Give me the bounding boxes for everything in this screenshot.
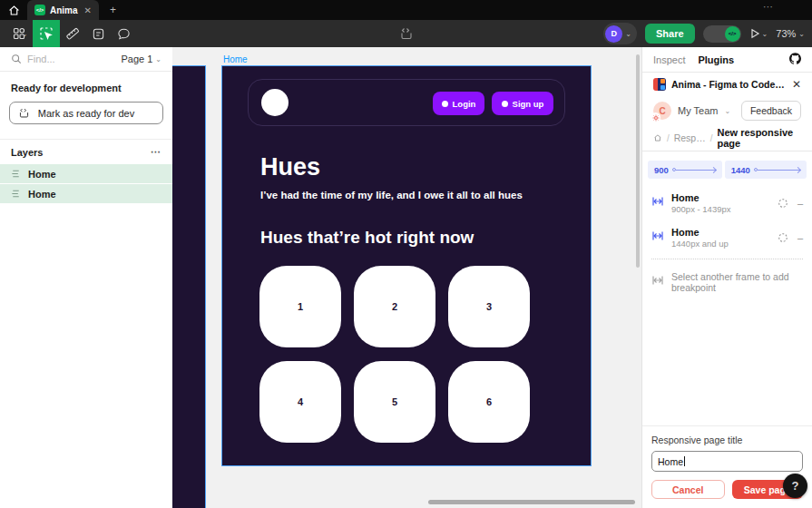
main-menu-button[interactable]: ⌄	[7, 21, 33, 46]
remove-breakpoint-icon[interactable]: –	[797, 232, 803, 243]
save-page-form: Responsive page title Home Cancel Save p…	[642, 425, 812, 508]
breakpoint-frame-row[interactable]: Home 1440px and up –	[642, 220, 812, 255]
design-title: Hues	[260, 153, 320, 181]
dev-resource-icon[interactable]	[399, 26, 414, 44]
add-breakpoint-hint-text: Select another frame to add breakpoint	[671, 271, 803, 293]
team-row: C My Team ⌄ Feedback	[642, 96, 812, 125]
annotation-tool-button[interactable]	[85, 21, 111, 46]
breakpoint-icon	[651, 274, 664, 290]
vertical-scrollbar[interactable]	[636, 54, 640, 268]
responsive-page-title-input[interactable]: Home	[651, 451, 803, 472]
home-icon	[8, 5, 20, 16]
layers-title: Layers	[11, 147, 43, 158]
page-title-label: Responsive page title	[651, 435, 803, 445]
tab-strip: </> Anima ✕ + ⋯	[0, 0, 812, 20]
tab-inspect[interactable]: Inspect	[653, 54, 685, 65]
breakpoint-segment-900[interactable]: 900	[648, 161, 722, 179]
right-panel: Inspect Plugins Anima - Figma to Code: R…	[641, 47, 812, 508]
account-menu[interactable]: D ⌄	[603, 23, 637, 44]
design-card[interactable]: 5	[354, 361, 435, 443]
zoom-level-control[interactable]: 73% ⌄	[776, 28, 805, 39]
sync-dashed-circle-icon[interactable]	[778, 198, 788, 209]
design-card[interactable]: 3	[448, 266, 530, 347]
present-button[interactable]: ⌄	[749, 28, 768, 39]
help-button[interactable]: ?	[783, 474, 807, 498]
dev-mode-toggle[interactable]: </>	[703, 25, 741, 43]
frame-label[interactable]: Home	[223, 54, 248, 64]
home-button[interactable]	[0, 5, 27, 16]
zoom-level: 73%	[776, 28, 796, 39]
remove-breakpoint-icon[interactable]: –	[797, 198, 803, 209]
layer-row-home-1[interactable]: Home	[0, 164, 172, 183]
mark-ready-button[interactable]: Mark as ready for dev	[9, 102, 163, 124]
design-card-grid: 1 2 3 4 5 6	[259, 266, 530, 443]
panel-tabs: Inspect Plugins	[642, 47, 812, 72]
measure-tool-button[interactable]	[60, 21, 85, 46]
ruler-icon	[65, 26, 80, 41]
breakpoints-bar: 900 1440	[648, 161, 807, 179]
design-navbar[interactable]: Login Sign up	[248, 79, 565, 126]
gear-badge-icon	[651, 112, 660, 122]
frame-name: Home	[671, 192, 770, 203]
layer-row-home-2[interactable]: Home	[0, 184, 172, 203]
design-card[interactable]: 4	[259, 361, 341, 443]
mark-ready-label: Mark as ready for dev	[38, 108, 134, 119]
layers-header: Layers ⋯	[0, 139, 172, 164]
dot-icon	[502, 101, 508, 107]
design-logo-circle[interactable]	[261, 89, 289, 116]
design-card[interactable]: 6	[448, 361, 530, 443]
tab-plugins[interactable]: Plugins	[698, 54, 734, 65]
team-avatar[interactable]: C	[653, 102, 671, 120]
tab-anima[interactable]: </> Anima ✕	[27, 0, 99, 20]
design-login-button[interactable]: Login	[433, 92, 484, 115]
frame-range: 1440px and up	[671, 239, 770, 249]
team-name[interactable]: My Team	[678, 105, 718, 116]
comment-tool-button[interactable]	[111, 21, 136, 46]
chevron-down-icon: ⌄	[22, 30, 28, 38]
home-icon[interactable]	[653, 132, 662, 143]
window-overflow-icon[interactable]: ⋯	[763, 1, 774, 13]
design-frame-home[interactable]: Login Sign up Hues I’ve had the time of …	[221, 65, 592, 466]
offscreen-frame-1440[interactable]	[172, 65, 206, 508]
canvas[interactable]: Home Login Sign up Hues I’ve had the tim…	[172, 47, 641, 508]
horizontal-scrollbar[interactable]	[428, 500, 635, 504]
breadcrumb-separator: /	[667, 133, 670, 143]
new-tab-button[interactable]: +	[110, 4, 116, 16]
breakpoint-frame-row[interactable]: Home 900px - 1439px –	[642, 186, 812, 220]
layer-name: Home	[28, 169, 56, 180]
design-card[interactable]: 1	[259, 266, 341, 347]
dev-mode-icon	[18, 107, 30, 119]
search-icon	[11, 54, 22, 64]
design-card[interactable]: 2	[354, 266, 435, 347]
page-selector[interactable]: Page 1 ⌄	[121, 54, 161, 64]
chevron-down-icon: ⌄	[724, 107, 730, 115]
left-sidebar: Page 1 ⌄ Ready for development Mark as r…	[0, 47, 172, 508]
feedback-button[interactable]: Feedback	[741, 101, 801, 121]
breadcrumb-separator: /	[710, 133, 713, 143]
breadcrumb-parent[interactable]: Resp…	[674, 132, 706, 143]
layers-overflow-icon[interactable]: ⋯	[151, 146, 161, 158]
text-caret	[684, 456, 685, 466]
sync-dashed-circle-icon[interactable]	[778, 232, 788, 243]
frame-name: Home	[671, 227, 770, 238]
chevron-down-icon: ⌄	[625, 30, 631, 38]
breakpoint-segment-1440[interactable]: 1440	[725, 161, 807, 179]
github-icon[interactable]	[789, 52, 801, 68]
cancel-button[interactable]: Cancel	[651, 480, 725, 499]
page-title-value: Home	[658, 456, 683, 467]
dot-icon	[442, 101, 448, 107]
close-icon[interactable]: ✕	[792, 78, 801, 91]
frame-layer-icon	[11, 169, 21, 179]
frame-row-text: Home 900px - 1439px	[671, 192, 770, 214]
move-tool-button[interactable]	[33, 20, 60, 47]
search-row: Page 1 ⌄	[0, 47, 172, 72]
play-icon	[749, 28, 760, 39]
share-button[interactable]: Share	[645, 24, 695, 44]
divider	[642, 151, 812, 151]
search-input[interactable]	[27, 54, 115, 64]
breakpoint-arrow-icon	[754, 168, 800, 172]
toolbar-right-cluster: D ⌄ Share </> ⌄ 73% ⌄	[603, 23, 805, 44]
breakpoint-icon	[651, 230, 664, 246]
design-signup-button[interactable]: Sign up	[492, 92, 553, 115]
tab-close-icon[interactable]: ✕	[84, 5, 92, 15]
